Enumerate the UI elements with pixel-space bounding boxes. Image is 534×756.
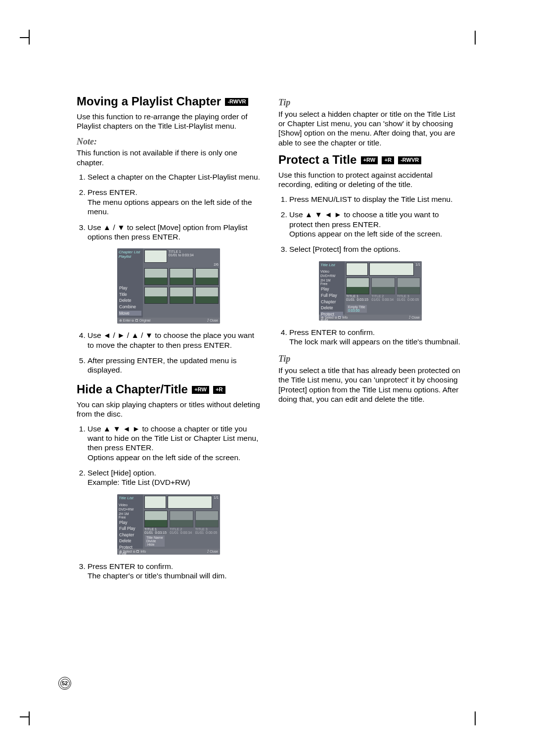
page-number-text: 52 bbox=[62, 680, 68, 686]
list-item: Use ▲ ▼ ◄ ► to choose a chapter or title… bbox=[88, 424, 261, 463]
ss1-time: 01/01 to 0:03:34 bbox=[169, 253, 219, 257]
ss3-title: TITLE 2 bbox=[371, 294, 395, 298]
heading-move: Moving a Playlist Chapter bbox=[77, 94, 221, 108]
list-item: After pressing ENTER, the updated menu i… bbox=[88, 356, 261, 375]
ss2-popup-item: Divide bbox=[146, 539, 163, 543]
tip-heading: Tip bbox=[278, 353, 462, 365]
list-item: Select [Hide] option. Example: Title Lis… bbox=[88, 468, 261, 487]
heading-hide: Hide a Chapter/Title bbox=[77, 382, 188, 396]
move-steps-cont: Use ◄ / ► / ▲ / ▼ to choose the place yo… bbox=[77, 331, 261, 375]
left-column: Moving a Playlist Chapter -RWVR Use this… bbox=[77, 94, 261, 588]
ss2-head: Title List bbox=[119, 496, 141, 501]
heading-protect: Protect a Title bbox=[278, 153, 356, 166]
ss3-date: 01/01 bbox=[346, 298, 355, 301]
ss3-sub: Video bbox=[320, 270, 343, 273]
protect-steps-cont: Press ENTER to confirm. The lock mark wi… bbox=[278, 328, 462, 347]
screenshot-title-list-protect: Title List Video DVD+RW 2H 1M Free Play … bbox=[278, 261, 462, 321]
note-heading: Note: bbox=[77, 136, 261, 147]
badge-plus-r: +R bbox=[213, 386, 225, 394]
badge-rwvr: -RWVR bbox=[225, 98, 248, 106]
badge-plus-r: +R bbox=[382, 156, 394, 164]
ss1-head: Chapter List Playlist bbox=[119, 250, 141, 259]
ss3-sub: DVD+RW bbox=[320, 274, 343, 278]
hide-steps-cont: Press ENTER to confirm. The chapter's or… bbox=[77, 562, 261, 581]
ss3-menu-item: Full Play bbox=[320, 293, 343, 298]
ss3-popup-title: Empty Title bbox=[348, 305, 365, 309]
ss2-menu-item: Delete bbox=[119, 538, 141, 544]
ss2-sub: DVD+RW bbox=[119, 508, 141, 511]
ss1-menu-item: Play bbox=[119, 285, 141, 291]
ss2-menu-item: Play bbox=[119, 520, 141, 525]
ss2-foot-left: ⊕ Select ⧉ ⧠ Info bbox=[119, 550, 146, 554]
ss3-title: TITLE 1 bbox=[346, 294, 369, 298]
ss3-menu-item: Chapter bbox=[320, 299, 343, 305]
page-number: 52 bbox=[58, 677, 71, 690]
ss2-title: TITLE 2 bbox=[170, 527, 193, 531]
ss2-title: TITLE 1 bbox=[144, 527, 168, 531]
ss2-title: TITLE 3 bbox=[195, 527, 219, 531]
list-item: Use ◄ / ► / ▲ / ▼ to choose the place yo… bbox=[88, 331, 261, 350]
ss2-sub: Video bbox=[119, 503, 141, 507]
hide-intro: You can skip playing chapters or titles … bbox=[77, 400, 261, 419]
right-column: Tip If you select a hidden chapter or ti… bbox=[278, 94, 462, 588]
ss2-date: 01/01 bbox=[144, 531, 153, 534]
badge-rwvr: -RWVR bbox=[398, 156, 421, 164]
list-item: Select a chapter on the Chapter List-Pla… bbox=[88, 172, 261, 182]
ss2-popup-item-selected: Hide bbox=[146, 543, 163, 546]
ss1-menu-item: Title bbox=[119, 292, 141, 297]
ss3-dur: 0:00:05 bbox=[407, 298, 419, 301]
protect-steps: Press MENU/LIST to display the Title Lis… bbox=[278, 194, 462, 254]
ss3-head: Title List bbox=[320, 263, 343, 268]
screenshot-chapter-list: Chapter List Playlist Play Title Delete … bbox=[77, 248, 261, 324]
list-item: Press ENTER. The menu options appears on… bbox=[88, 188, 261, 216]
ss2-free: 2H 1M Free bbox=[119, 512, 141, 519]
ss3-page: 1/1 bbox=[415, 263, 420, 266]
ss2-dur: 0:03:15 bbox=[155, 531, 166, 534]
ss1-menu-item-selected: Move bbox=[119, 311, 141, 316]
badge-plus-rw: +RW bbox=[192, 386, 209, 394]
ss3-foot-left: ⊕ Select ⧉ ⧠ Info bbox=[321, 316, 348, 320]
list-item: Press ENTER to confirm. The lock mark wi… bbox=[289, 328, 462, 347]
ss2-menu-item: Full Play bbox=[119, 526, 141, 531]
page-content: Moving a Playlist Chapter -RWVR Use this… bbox=[77, 94, 462, 588]
ss1-foot-right: ⤴ Close bbox=[207, 319, 218, 323]
ss1-menu-item: Delete bbox=[119, 298, 141, 303]
ss1-foot-left: ⊕ Enter ⧉ ⧠ Original bbox=[119, 319, 150, 323]
note-body: This function is not available if there … bbox=[77, 148, 261, 167]
protect-intro: Use this function to protect against acc… bbox=[278, 170, 462, 189]
ss2-date: 01/01 bbox=[195, 531, 204, 534]
move-steps: Select a chapter on the Chapter List-Pla… bbox=[77, 172, 261, 241]
ss2-menu-item: Chapter bbox=[119, 532, 141, 538]
screenshot-title-list-hide: Title List Video DVD+RW 2H 1M Free Play … bbox=[77, 494, 261, 555]
ss3-popup-time: 0:03:00 bbox=[348, 309, 365, 312]
ss2-dur: 0:00:05 bbox=[206, 531, 217, 534]
hide-steps: Use ▲ ▼ ◄ ► to choose a chapter or title… bbox=[77, 424, 261, 487]
list-item: Press MENU/LIST to display the Title Lis… bbox=[289, 194, 462, 204]
move-intro: Use this function to re-arrange the play… bbox=[77, 112, 261, 131]
ss3-menu-item: Play bbox=[320, 286, 343, 292]
badge-plus-rw: +RW bbox=[361, 156, 378, 164]
ss3-foot-right: ⤴ Close bbox=[409, 316, 420, 320]
list-item: Use ▲ ▼ ◄ ► to choose a title you want t… bbox=[289, 210, 462, 238]
tip-body: If you select a hidden chapter or title … bbox=[278, 109, 462, 148]
ss3-title: TITLE 3 bbox=[397, 294, 420, 298]
ss3-date: 01/01 bbox=[371, 298, 380, 301]
tip-heading: Tip bbox=[278, 97, 462, 108]
ss1-title: TITLE 1 bbox=[169, 250, 219, 253]
tip-body: If you select a title that has already b… bbox=[278, 366, 462, 404]
ss3-date: 01/01 bbox=[397, 298, 406, 301]
ss2-page: 1/1 bbox=[214, 496, 219, 499]
list-item: Press ENTER to confirm. The chapter's or… bbox=[88, 562, 261, 581]
ss1-menu-item: Combine bbox=[119, 304, 141, 310]
ss3-dur: 0:03:15 bbox=[356, 298, 368, 301]
ss1-count: 2/6 bbox=[144, 263, 219, 266]
list-item: Use ▲ / ▼ to select [Move] option from P… bbox=[88, 223, 261, 242]
list-item: Select [Protect] from the options. bbox=[289, 244, 462, 254]
ss3-dur: 0:00:34 bbox=[382, 298, 394, 301]
ss3-free: 2H 1M Free bbox=[320, 279, 343, 285]
ss2-foot-right: ⤴ Close bbox=[207, 550, 218, 554]
ss2-dur: 0:00:34 bbox=[180, 531, 192, 534]
ss3-menu-item: Delete bbox=[320, 305, 343, 311]
ss2-date: 01/01 bbox=[170, 531, 178, 534]
ss2-popup-item: Title Name bbox=[146, 536, 163, 539]
